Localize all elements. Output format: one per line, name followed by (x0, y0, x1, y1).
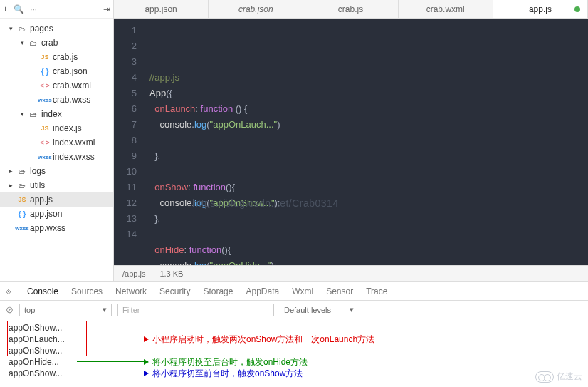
json-icon: { } (37, 68, 53, 76)
folder-icon: 🗁 (26, 110, 41, 118)
tree-item-index-wxml[interactable]: < >index.wxml (0, 135, 113, 150)
devtools-tab-network[interactable]: Network (115, 287, 147, 296)
inspect-icon[interactable]: ⟐ (6, 286, 14, 296)
file-explorer-sidebar: + 🔍 ··· ⇥ ▾🗁pages▾🗁crabJScrab.js{ }crab.… (0, 0, 114, 281)
tree-item-index[interactable]: ▾🗁index (0, 107, 113, 121)
console-log-row: appOnShow... (9, 345, 588, 356)
tree-item-app-js[interactable]: JSapp.js (0, 192, 113, 207)
tree-caret-icon[interactable]: ▸ (7, 167, 14, 175)
status-path: /app.js (122, 269, 145, 278)
tree-label: app.wxss (30, 223, 65, 233)
editor-tab-crab-js[interactable]: crab.js (303, 0, 398, 18)
annotation-text-red: 小程序启动时，触发两次onShow方法和一次onLaunch方法 (152, 334, 374, 346)
context-select[interactable]: top▾ (19, 304, 112, 316)
tree-item-crab-wxss[interactable]: wxsscrab.wxss (0, 93, 113, 107)
chevron-down-icon: ▾ (350, 305, 354, 314)
folder-icon: 🗁 (14, 25, 30, 33)
folder-icon: 🗁 (14, 167, 30, 175)
tree-item-crab-js[interactable]: JScrab.js (0, 50, 113, 64)
tree-caret-icon[interactable]: ▾ (7, 25, 14, 32)
devtools-tab-trace[interactable]: Trace (366, 287, 387, 296)
editor-tab-crab-json[interactable]: crab.json (209, 0, 303, 18)
editor-area: app.jsoncrab.jsoncrab.jscrab.wxmlapp.js … (114, 0, 588, 281)
wxss-icon: wxss (14, 225, 30, 232)
devtools-tab-wxml[interactable]: Wxml (292, 287, 313, 296)
tree-label: index.wxss (53, 152, 95, 162)
js-icon: JS (37, 53, 53, 61)
devtools-tab-console[interactable]: Console (27, 287, 58, 296)
console-log-text: appOnHide... (9, 357, 80, 367)
more-icon[interactable]: ··· (30, 4, 37, 14)
wxss-icon: wxss (37, 97, 53, 103)
tree-item-index-wxss[interactable]: wxssindex.wxss (0, 150, 113, 164)
wxml-icon: < > (37, 139, 53, 146)
editor-tab-crab-wxml[interactable]: crab.wxml (399, 0, 493, 18)
brand-icon (535, 371, 554, 383)
modified-dot-icon (574, 6, 580, 12)
annotation-arrow-red (88, 339, 148, 339)
tree-label: pages (30, 24, 53, 33)
filter-input[interactable]: Filter (117, 304, 274, 316)
wxss-icon: wxss (37, 154, 53, 160)
annotation-box-red (7, 321, 87, 356)
annotation-text-green: 将小程序切换至后台时，触发onHide方法 (152, 356, 308, 368)
editor-tabs: app.jsoncrab.jsoncrab.jscrab.wxmlapp.js (114, 0, 588, 19)
console-filter-bar: ⊘ top▾ Filter Default levels▾ (0, 301, 588, 319)
tree-caret-icon[interactable]: ▾ (19, 110, 26, 118)
tree-label: crab.wxml (53, 81, 91, 91)
devtools-tab-sources[interactable]: Sources (71, 287, 103, 296)
tree-item-crab-wxml[interactable]: < >crab.wxml (0, 78, 113, 93)
devtools-tab-security[interactable]: Security (159, 287, 190, 296)
devtools-tabs: ⟐ ConsoleSourcesNetworkSecurityStorageAp… (0, 282, 588, 301)
devtools-panel: ⟐ ConsoleSourcesNetworkSecurityStorageAp… (0, 282, 588, 387)
wxml-icon: < > (37, 82, 53, 89)
annotation-arrow-green (77, 361, 148, 362)
tree-item-utils[interactable]: ▸🗁utils (0, 178, 113, 192)
search-icon[interactable]: 🔍 (14, 4, 24, 14)
folder-icon: 🗁 (26, 39, 41, 47)
chevron-down-icon: ▾ (103, 305, 107, 314)
tree-label: utils (30, 180, 45, 190)
tree-caret-icon[interactable]: ▾ (19, 39, 26, 46)
tree-item-pages[interactable]: ▾🗁pages (0, 21, 113, 36)
js-icon: JS (37, 125, 53, 132)
code-editor[interactable]: 1234567891011121314 https://blog.csdn.ne… (114, 19, 588, 265)
annotation-arrow-blue (77, 373, 148, 373)
new-file-icon[interactable]: + (3, 4, 8, 14)
log-levels-select[interactable]: Default levels▾ (280, 304, 358, 316)
devtools-tab-appdata[interactable]: AppData (246, 287, 279, 296)
devtools-tab-sensor[interactable]: Sensor (326, 287, 353, 296)
editor-tab-app-json[interactable]: app.json (114, 0, 209, 18)
json-icon: { } (14, 210, 30, 218)
tree-label: index.wxml (53, 138, 95, 148)
tree-label: crab.json (53, 66, 88, 76)
tree-item-crab-json[interactable]: { }crab.json (0, 64, 113, 78)
clear-console-icon[interactable]: ⊘ (6, 304, 14, 315)
console-output[interactable]: 小程序启动时，触发两次onShow方法和一次onLaunch方法 将小程序切换至… (0, 319, 588, 387)
annotation-text-blue: 将小程序切至前台时，触发onShow方法 (152, 368, 303, 380)
tree-label: crab (41, 38, 58, 48)
console-log-row: appOnShow... (9, 322, 588, 334)
line-gutter: 1234567891011121314 (114, 19, 142, 265)
tree-item-logs[interactable]: ▸🗁logs (0, 164, 113, 178)
sidebar-toolbar: + 🔍 ··· ⇥ (0, 0, 113, 19)
js-icon: JS (14, 196, 30, 203)
folder-icon: 🗁 (14, 182, 30, 190)
code-content[interactable]: https://blog.csdn.net/Crab0314 //app.jsA… (142, 19, 588, 265)
editor-tab-app-js[interactable]: app.js (493, 0, 588, 18)
editor-status-bar: /app.js 1.3 KB (114, 265, 588, 281)
tree-caret-icon[interactable]: ▸ (7, 182, 14, 189)
tree-item-index-js[interactable]: JSindex.js (0, 121, 113, 135)
tree-label: app.js (30, 195, 53, 205)
tree-label: logs (30, 166, 46, 176)
tree-label: app.json (30, 209, 62, 219)
brand-watermark: 亿速云 (535, 371, 582, 383)
tree-item-crab[interactable]: ▾🗁crab (0, 36, 113, 50)
devtools-tab-storage[interactable]: Storage (203, 287, 233, 296)
tree-label: index (41, 109, 62, 119)
collapse-icon[interactable]: ⇥ (103, 4, 110, 14)
file-tree[interactable]: ▾🗁pages▾🗁crabJScrab.js{ }crab.json< >cra… (0, 19, 113, 281)
tree-item-app-wxss[interactable]: wxssapp.wxss (0, 221, 113, 235)
console-log-text: appOnShow... (9, 368, 80, 378)
tree-item-app-json[interactable]: { }app.json (0, 207, 113, 221)
